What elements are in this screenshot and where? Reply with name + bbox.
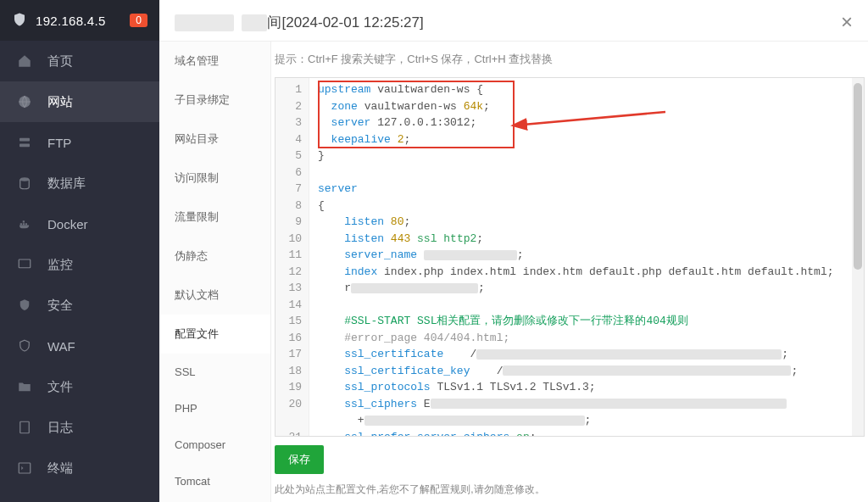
shield-icon [12, 12, 27, 30]
sidebar-item-log[interactable]: 日志 [0, 407, 159, 448]
sidebar-item-label: 安全 [47, 298, 73, 314]
modal-header: 间[2024-02-01 12:25:27] × [159, 0, 868, 42]
sidebar-item-waf[interactable]: WAF [0, 326, 159, 366]
tab-7[interactable]: 配置文件 [159, 315, 270, 354]
server-icon [17, 135, 36, 150]
shield-icon [17, 298, 36, 313]
waf-icon [17, 338, 36, 354]
sidebar-item-terminal[interactable]: 终端 [0, 448, 159, 488]
tab-8[interactable]: SSL [159, 354, 270, 390]
svg-rect-10 [19, 463, 31, 473]
sidebar-item-label: 网站 [47, 94, 73, 110]
sidebar-item-monitor[interactable]: 监控 [0, 244, 159, 285]
config-editor[interactable]: 1234567891011121314151617181920 21 upstr… [275, 77, 865, 437]
tab-6[interactable]: 默认文档 [159, 276, 270, 315]
home-icon [17, 53, 36, 69]
modal-title: 间[2024-02-01 12:25:27] [175, 13, 424, 32]
svg-rect-4 [20, 223, 22, 225]
sidebar-item-label: 文件 [47, 379, 73, 395]
sidebar-ip: 192.168.4.5 [36, 14, 130, 28]
svg-point-3 [20, 177, 30, 181]
sidebar-item-label: 数据库 [47, 176, 86, 192]
sidebar-header: 192.168.4.5 0 [0, 0, 159, 41]
monitor-icon [17, 257, 36, 272]
sidebar-item-docker[interactable]: Docker [0, 204, 159, 244]
sidebar-item-database[interactable]: 数据库 [0, 163, 159, 204]
sidebar-item-label: FTP [47, 136, 71, 150]
notification-badge[interactable]: 0 [130, 14, 147, 27]
svg-rect-2 [19, 144, 30, 148]
editor-note: 此处为站点主配置文件,若您不了解配置规则,请勿随意修改。 [271, 479, 868, 497]
sidebar-item-server[interactable]: FTP [0, 122, 159, 163]
folder-icon [17, 379, 36, 394]
sidebar-item-label: 日志 [47, 420, 73, 436]
tab-11[interactable]: Tomcat [159, 463, 270, 499]
sidebar-item-label: 首页 [47, 53, 73, 70]
editor-code[interactable]: upstream vaultwarden-ws { zone vaultward… [309, 78, 864, 436]
sidebar-item-shield[interactable]: 安全 [0, 285, 159, 326]
globe-icon [17, 94, 36, 109]
editor-hint: 提示：Ctrl+F 搜索关键字，Ctrl+S 保存，Ctrl+H 查找替换 [271, 42, 868, 77]
editor-gutter: 1234567891011121314151617181920 21 [275, 78, 309, 436]
tab-9[interactable]: PHP [159, 390, 270, 427]
save-button[interactable]: 保存 [275, 445, 324, 474]
docker-icon [17, 216, 36, 231]
svg-rect-9 [20, 421, 30, 433]
close-icon[interactable]: × [841, 12, 853, 32]
tab-3[interactable]: 访问限制 [159, 159, 270, 198]
tab-1[interactable]: 子目录绑定 [159, 81, 270, 120]
svg-rect-8 [19, 259, 31, 268]
tab-0[interactable]: 域名管理 [159, 42, 270, 81]
site-config-modal: 间[2024-02-01 12:25:27] × 域名管理子目录绑定网站目录访问… [159, 0, 868, 502]
modal-tabs: 域名管理子目录绑定网站目录访问限制流量限制伪静态默认文档配置文件SSLPHPCo… [159, 42, 271, 502]
sidebar-item-label: 终端 [47, 460, 73, 477]
svg-rect-5 [23, 223, 25, 225]
database-icon [17, 176, 36, 191]
sidebar-item-label: 监控 [47, 257, 73, 273]
log-icon [17, 420, 36, 435]
sidebar-item-label: Docker [47, 217, 88, 231]
editor-scrollbar[interactable] [852, 78, 864, 436]
sidebar: 192.168.4.5 0 首页网站FTP数据库Docker监控安全WAF文件日… [0, 0, 159, 502]
tab-4[interactable]: 流量限制 [159, 198, 270, 237]
sidebar-item-label: WAF [47, 339, 75, 354]
sidebar-item-home[interactable]: 首页 [0, 41, 159, 81]
tab-10[interactable]: Composer [159, 427, 270, 463]
sidebar-item-folder[interactable]: 文件 [0, 366, 159, 407]
sidebar-item-globe[interactable]: 网站 [0, 81, 159, 122]
tab-2[interactable]: 网站目录 [159, 120, 270, 159]
svg-rect-1 [19, 138, 30, 142]
tab-5[interactable]: 伪静态 [159, 237, 270, 276]
terminal-icon [17, 460, 36, 476]
svg-rect-7 [23, 220, 25, 222]
svg-rect-6 [25, 223, 27, 225]
